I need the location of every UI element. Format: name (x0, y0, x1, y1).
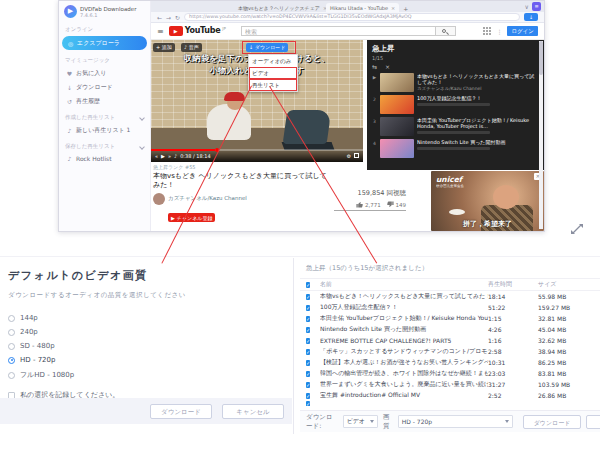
progress-bar[interactable] (151, 149, 363, 151)
radio-144p[interactable]: 144p (8, 314, 292, 322)
row-checkbox[interactable]: ✓ (306, 360, 310, 366)
sidebar-section-saved-playlists[interactable]: 保存した再生リスト (59, 137, 150, 152)
forward-icon[interactable]: → (166, 14, 171, 21)
column-name[interactable]: 名前 (320, 280, 488, 289)
table-row[interactable]: ✓ (300, 401, 600, 406)
radio-fullhd-1080p[interactable]: フルHD - 1080p (8, 370, 292, 380)
radio-icon (8, 343, 15, 350)
cancel-button[interactable]: キャンセル (586, 415, 600, 429)
login-button[interactable]: ログイン (507, 26, 538, 36)
cancel-button[interactable]: キャンセル (222, 404, 284, 419)
now-playing-icon: ▶ (372, 73, 377, 92)
chevron-down-icon[interactable]: ∨ (525, 3, 529, 10)
search-button[interactable] (435, 27, 455, 36)
quality-select[interactable]: HD - 720p (398, 415, 513, 428)
channel-avatar[interactable] (153, 193, 165, 205)
table-row[interactable]: ✓世界一まずいグミを大食いしよう。廃棄品に近い量を買い続けた大食い男が…31:2… (300, 379, 600, 390)
hamburger-icon[interactable]: ≡ (157, 27, 164, 36)
row-checkbox[interactable]: ✓ (306, 349, 310, 355)
table-row[interactable]: ✓Nintendo Switch Lite 買った開封動画4:2645.04 M… (300, 324, 600, 335)
table-row[interactable]: ✓本物vsもどき！ヘリノックスもどき大量に買って試してみた！18:1455.98… (300, 291, 600, 302)
download-button[interactable]: ダウンロード (523, 415, 581, 429)
tab-utada[interactable]: Hikaru Utada - YouTube × (326, 3, 399, 12)
play-icon[interactable]: ▶ (161, 153, 165, 159)
row-checkbox[interactable]: ✓ (306, 294, 310, 300)
row-checkbox[interactable]: ✓ (306, 382, 310, 388)
playlist-item[interactable]: ▶ 本物vsもどき！ヘリノックスもどき大量に買って試してみた！ カズチャンネル/… (372, 73, 539, 92)
row-checkbox[interactable]: ✓ (306, 393, 310, 399)
dislike-button[interactable]: 149 (387, 201, 406, 208)
unicef-ad[interactable]: unicef 联合国儿童基金会 ✕ 拼了，希望来了 (431, 171, 544, 231)
fullscreen-icon[interactable] (354, 153, 359, 158)
sidebar-section-mymusic: マイミュージック (59, 51, 150, 66)
row-checkbox[interactable]: ✓ (306, 371, 310, 377)
new-tab-button[interactable]: + (403, 5, 408, 12)
app-logo: ▶ DVDFab Downloader 7.4.6.1 (59, 1, 150, 20)
row-checkbox[interactable]: ✓ (306, 316, 310, 322)
table-row[interactable]: ✓【検証】本人が選ぶ！お酒が強そうなお笑い芸人ランキングベスト1010:3186… (300, 357, 600, 368)
sidebar-item-favorites[interactable]: ♥ お気に入り (59, 66, 150, 80)
row-checkbox[interactable]: ✓ (306, 401, 310, 406)
playlist-item[interactable]: 3 本田圭佑 YouTuberプロジェクト始動！/ Keisuke Honda,… (372, 117, 539, 136)
trending-rank: 急上昇ランク #55 (153, 164, 363, 170)
menu-item-playlist[interactable]: 再生リスト (249, 79, 297, 91)
resize-handle-icon[interactable] (570, 222, 584, 236)
sidebar-item-new-playlist[interactable]: ♪ 新しい再生リスト 1 (59, 123, 150, 137)
volume-icon[interactable]: ♪ (174, 153, 177, 159)
back-icon[interactable]: ← (157, 14, 162, 21)
reload-icon[interactable]: ↻ (175, 14, 180, 21)
column-duration[interactable]: 再生時間 (488, 280, 538, 289)
shuffle-icon[interactable]: ⇆ (372, 63, 377, 70)
row-checkbox[interactable]: ✓ (306, 338, 310, 344)
table-row[interactable]: ✓EXTREME BOTTLE CAP CHALLENGE?! PART51:1… (300, 335, 600, 346)
close-icon[interactable]: × (385, 63, 390, 70)
close-icon[interactable]: × (391, 5, 395, 11)
sidebar-item-rock-hotlist[interactable]: ♪ Rock Hotlist (59, 152, 150, 164)
user-menu-icon[interactable]: ≡ (532, 2, 541, 11)
add-overlay-button[interactable]: + 追加 (153, 43, 175, 52)
more-options-icon[interactable]: ⋮ (496, 28, 502, 35)
playlist-item[interactable]: 4 Nintendo Switch Lite 買った開封動画 (372, 139, 539, 158)
nav-bar: ← → ↻ https://www.youtube.com/watch?v=oD… (151, 12, 544, 23)
menu-item-audio-only[interactable]: オーディオのみ (249, 55, 297, 67)
sidebar-item-history[interactable]: ↺ 再生履歴 (59, 94, 150, 108)
audio-overlay-button[interactable]: ♪ 音声 (181, 43, 202, 52)
search-input[interactable] (242, 27, 435, 36)
sidebar-item-explorer[interactable]: ◎ エクスプローラ (62, 36, 147, 50)
column-size[interactable]: サイズ (538, 280, 594, 289)
next-icon[interactable]: » (168, 153, 171, 159)
radio-240p[interactable]: 240p (8, 328, 292, 336)
table-row[interactable]: ✓韓国への輸出管理が続き、ホワイト国除外はなぜか継続！まもなく23:0383.8… (300, 368, 600, 379)
subscribe-button[interactable]: ▶ チャンネル登録 (168, 213, 215, 222)
radio-sd-480p[interactable]: SD - 480p (8, 342, 292, 350)
row-checkbox[interactable]: ✓ (306, 305, 310, 311)
tab-video[interactable]: 本物vsもどき？ヘリノックスチェア × (234, 3, 326, 12)
download-button[interactable]: ダウンロード (150, 404, 212, 419)
playlist-item[interactable]: 2 100万人登録記念生配信？！ (372, 95, 539, 114)
select-all-checkbox[interactable]: ✓ (306, 282, 310, 288)
table-row[interactable]: ✓宝生舞 #introduction# Official MV2:5226.86… (300, 390, 600, 401)
radio-icon (8, 372, 15, 379)
like-button[interactable]: 2,771 (356, 201, 381, 208)
time-display: 0:38 / 18:14 (180, 153, 211, 159)
url-bar[interactable]: https://www.youtube.com/watch?v=oDP4ECVW… (184, 13, 520, 21)
scrollbar[interactable] (539, 41, 543, 229)
channel-name[interactable]: カズチャンネル/Kazu Channel (168, 195, 247, 202)
type-select[interactable]: ビデオ (343, 415, 378, 428)
apps-grid-icon[interactable] (483, 27, 491, 35)
menu-item-video[interactable]: ビデオ (249, 67, 297, 79)
dialog-footer: ダウンロード キャンセル (0, 398, 292, 424)
video-thumbnail (380, 73, 414, 92)
video-player[interactable]: 収納袋を足下のフレームに付けると、 小物入れとして使えます + 追加 ♪ 音声 … (151, 40, 363, 162)
table-row[interactable]: ✓「ポキッ」スカッとするサンドウィッチマンのコント/プロモーション2:5838.… (300, 346, 600, 357)
sidebar-section-created-playlists[interactable]: 作成した再生リスト (59, 108, 150, 123)
download-badge-icon[interactable]: ↓ (524, 13, 538, 21)
settings-gear-icon[interactable]: ⚙ (347, 153, 351, 159)
radio-hd-720p[interactable]: HD - 720p (8, 356, 292, 364)
row-checkbox[interactable]: ✓ (306, 327, 310, 333)
youtube-logo[interactable]: ▶ YouTube JP (169, 26, 226, 36)
table-row[interactable]: ✓100万人登録記念生配信？！51:22159.27 MB (300, 302, 600, 313)
sidebar-item-downloads[interactable]: ↓ ダウンロード (59, 80, 150, 94)
table-row[interactable]: ✓本田圭佑 YouTuberプロジェクト始動！/ Keisuke Honda Y… (300, 313, 600, 324)
previous-icon[interactable]: « (155, 153, 158, 159)
